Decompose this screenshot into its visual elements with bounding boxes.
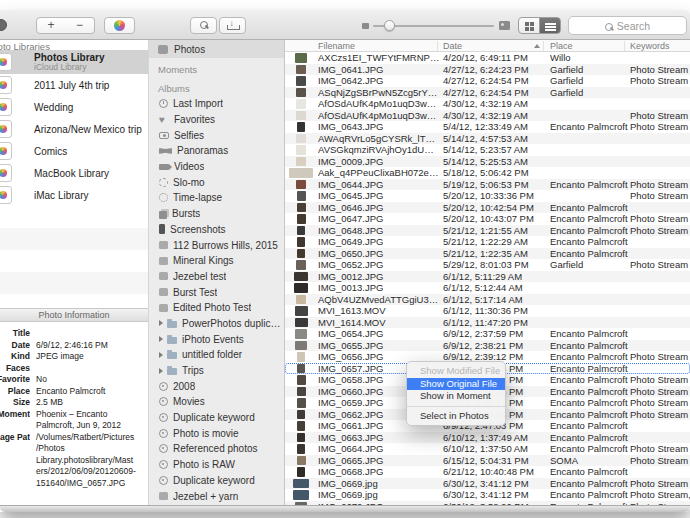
sidebar-item-edited-photo-test[interactable]: Edited Photo Test xyxy=(149,300,284,316)
sidebar-item-last-import[interactable]: Last Import xyxy=(149,96,284,112)
table-row[interactable]: AWAqRVrLo5gCYSRk_lTWlX...5/14/12, 4:57:5… xyxy=(285,133,690,145)
table-row[interactable]: IMG_0012.JPG6/1/12, 5:11:29 AM xyxy=(285,271,690,283)
table-row[interactable]: AXCzs1EI_TWFYtFMRNPBXN...4/20/12, 6:49:1… xyxy=(285,52,690,64)
disclosure-triangle-icon[interactable] xyxy=(159,336,163,342)
table-row[interactable]: MVI_1613.MOV6/1/12, 11:30:36 PM xyxy=(285,305,690,317)
place-cell: Garfield xyxy=(550,87,628,99)
list-view-button[interactable] xyxy=(539,17,561,34)
sidebar-item-slo-mo[interactable]: Slo-mo xyxy=(149,174,284,190)
table-row[interactable]: IMG_0642.JPG4/27/12, 6:24:54 PMGarfieldP… xyxy=(285,75,690,87)
sidebar-item-movies[interactable]: Movies xyxy=(149,394,284,410)
sidebar-item-screenshots[interactable]: Screenshots xyxy=(149,222,284,238)
table-row[interactable]: IMG_0668.JPG6/21/12, 10:40:48 PMEncanto … xyxy=(285,466,690,478)
sidebar-item-videos[interactable]: Videos xyxy=(149,159,284,175)
sidebar-item-time-lapse[interactable]: Time-lapse xyxy=(149,190,284,206)
library-item[interactable]: Photos LibraryiCloud Library xyxy=(0,50,148,74)
sidebar-item-favorites[interactable]: ♥Favorites xyxy=(149,112,284,128)
sidebar-item-trips[interactable]: Trips xyxy=(149,363,284,379)
library-item[interactable]: Comics xyxy=(0,140,148,162)
table-row[interactable]: AfOSdAUfK4pMo1uqD3w_cL...4/30/12, 4:32:1… xyxy=(285,110,690,122)
add-library-button[interactable]: + xyxy=(36,17,66,34)
window-control-button[interactable] xyxy=(0,19,7,31)
table-row[interactable]: IMG_0649.JPG5/21/12, 1:22:29 AMEncanto P… xyxy=(285,236,690,248)
sidebar-item-112-burrows-hills-2015[interactable]: 112 Burrows Hills, 2015 xyxy=(149,237,284,253)
table-row[interactable]: IMG_0665.JPG6/15/12, 5:04:31 PMSOMAPhoto… xyxy=(285,455,690,467)
table-row[interactable]: AQbV4UZMvedATTGgiU3n2f...6/1/12, 5:17:14… xyxy=(285,294,690,306)
sidebar-item-photos[interactable]: Photos xyxy=(149,40,284,58)
table-row[interactable]: IMG_0647.JPG5/20/12, 10:43:07 PMEncanto … xyxy=(285,213,690,225)
library-item[interactable]: Wedding xyxy=(0,96,148,118)
table-row[interactable]: IMG_0641.JPG4/27/12, 6:24:23 PMGarfieldP… xyxy=(285,64,690,76)
disclosure-triangle-icon[interactable] xyxy=(159,320,163,326)
keywords-cell: Photo Stream xyxy=(630,179,690,191)
disclosure-triangle-icon[interactable] xyxy=(159,368,163,374)
sidebar-item-photo-is-movie[interactable]: Photo is movie xyxy=(149,425,284,441)
column-header-filename[interactable]: Filename xyxy=(318,41,355,51)
table-row[interactable]: AVSGkqmziRVAjhOy1dUM_A...5/14/12, 5:23:5… xyxy=(285,144,690,156)
table-row[interactable]: MVI_1614.MOV6/1/12, 11:47:20 PM xyxy=(285,317,690,329)
open-in-photos-button[interactable] xyxy=(104,17,135,34)
sidebar-item-jezebel-test[interactable]: Jezebel test xyxy=(149,269,284,285)
sidebar-item-powerphotos-duplicates[interactable]: PowerPhotos duplicates xyxy=(149,316,284,332)
sidebar-item-duplicate-keyword[interactable]: Duplicate keyword xyxy=(149,410,284,426)
table-row[interactable]: IMG_0013.JPG6/1/12, 5:12:44 AM xyxy=(285,282,690,294)
thumbnail-size-slider[interactable] xyxy=(362,20,510,32)
remove-library-button[interactable]: − xyxy=(65,17,95,34)
sidebar-item-bursts[interactable]: Bursts xyxy=(149,206,284,222)
column-header-keywords[interactable]: Keywords xyxy=(630,41,670,51)
place-cell: Encanto Palmcroft xyxy=(550,202,628,214)
table-row[interactable]: ASqNjZgSBrPwN5Zcg5rYrpt...4/27/12, 6:24:… xyxy=(285,87,690,99)
table-row[interactable]: Aak_q4PPeuClixaBH072ezpy...5/18/12, 5:06… xyxy=(285,167,690,179)
table-row[interactable]: IMG_0648.JPG5/21/12, 1:21:55 AMEncanto P… xyxy=(285,225,690,237)
column-separator[interactable] xyxy=(437,41,438,51)
grid-view-button[interactable] xyxy=(518,17,540,34)
menu-item-show-in-moment[interactable]: Show in Moment xyxy=(407,390,505,403)
sidebar-item-2008[interactable]: 2008 xyxy=(149,378,284,394)
library-item[interactable]: Arizona/New Mexico trip xyxy=(0,118,148,140)
sidebar-item-burst-test[interactable]: Burst Test xyxy=(149,284,284,300)
library-item[interactable]: iMac Library xyxy=(0,184,148,206)
table-row[interactable]: IMG_0645.JPG5/20/12, 10:33:36 PMPhoto St… xyxy=(285,190,690,202)
table-row[interactable]: IMG_0663.JPG6/10/12, 1:37:49 AMEncanto P… xyxy=(285,432,690,444)
table-row[interactable]: IMG_0664.JPG6/10/12, 1:37:50 AMEncanto P… xyxy=(285,443,690,455)
search-placeholder: Search xyxy=(617,20,650,32)
sidebar-item-selfies[interactable]: Selfies xyxy=(149,127,284,143)
table-row[interactable]: IMG_0650.JPG5/21/12, 1:22:35 AMEncanto P… xyxy=(285,248,690,260)
menu-item-select-in-photos[interactable]: Select in Photos xyxy=(407,410,505,423)
library-item[interactable]: 2011 July 4th trip xyxy=(0,74,148,96)
menu-item-show-original-file[interactable]: Show Original File xyxy=(407,378,505,391)
import-button[interactable] xyxy=(219,17,246,34)
column-header-place[interactable]: Place xyxy=(550,41,573,51)
table-row[interactable]: IMG_0643.JPG5/4/12, 12:33:49 AMEncanto P… xyxy=(285,121,690,133)
sidebar-item-untitled-folder[interactable]: untitled folder xyxy=(149,347,284,363)
disclosure-triangle-icon[interactable] xyxy=(159,352,163,358)
table-row[interactable]: AfOSdAUfK4pMo1uqD3w_cL...4/30/12, 4:32:1… xyxy=(285,98,690,110)
table-row[interactable]: IMG_0654.JPG6/9/12, 2:37:59 PMEncanto Pa… xyxy=(285,328,690,340)
keywords-cell: Photo Stream xyxy=(630,443,690,455)
table-row[interactable]: IMG_0669.jpg6/30/12, 3:41:12 PMEncanto P… xyxy=(285,489,690,501)
table-row[interactable]: IMG_0669.jpg6/30/12, 3:41:12 PMEncanto P… xyxy=(285,478,690,490)
table-row[interactable]: IMG_0646.JPG5/20/12, 10:42:54 PMEncanto … xyxy=(285,202,690,214)
library-item[interactable]: MacBook Library xyxy=(0,162,148,184)
find-duplicates-button[interactable] xyxy=(190,17,217,34)
table-row[interactable]: IMG_0652.JPG5/29/12, 8:01:03 PMGarfieldP… xyxy=(285,259,690,271)
sidebar-item-duplicate-keyword[interactable]: Duplicate keyword xyxy=(149,473,284,489)
search-input[interactable]: Search xyxy=(568,16,687,35)
column-header-date[interactable]: Date xyxy=(443,41,462,51)
place-cell: Encanto Palmcroft xyxy=(550,478,628,490)
app-window: + − Search Photo Libraries xyxy=(0,10,690,512)
sidebar-item-jezebel-yarn[interactable]: Jezebel + yarn xyxy=(149,488,284,504)
column-separator[interactable] xyxy=(543,41,544,51)
table-row[interactable]: IMG_0644.JPG5/19/12, 5:06:53 PMEncanto P… xyxy=(285,179,690,191)
photo-thumbnail xyxy=(297,410,305,420)
sidebar-item-referenced-photos[interactable]: Referenced photos xyxy=(149,441,284,457)
sidebar-item-panoramas[interactable]: Panoramas xyxy=(149,143,284,159)
table-row[interactable]: IMG_0655.JPG6/9/12, 2:38:21 PMEncanto Pa… xyxy=(285,340,690,352)
sidebar-item-iphoto-events[interactable]: iPhoto Events xyxy=(149,331,284,347)
sidebar-item-photo-is-raw[interactable]: Photo is RAW xyxy=(149,457,284,473)
sidebar-item-mineral-kings[interactable]: Mineral Kings xyxy=(149,253,284,269)
column-separator[interactable] xyxy=(624,41,625,51)
slider-knob[interactable] xyxy=(384,20,395,31)
place-cell: Garfield xyxy=(550,259,628,271)
table-row[interactable]: IMG_0009.JPG5/14/12, 5:25:53 AM xyxy=(285,156,690,168)
